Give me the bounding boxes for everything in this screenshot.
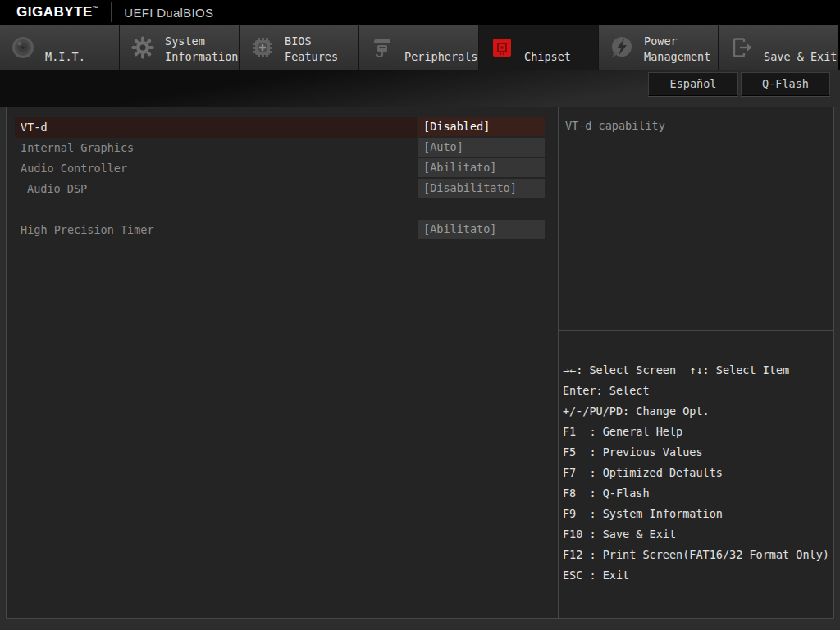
system-information-icon <box>130 35 155 60</box>
tab-label: Peripherals <box>404 30 477 65</box>
legend-line: F10 : Save & Exit <box>563 524 829 545</box>
setting-row-audio-dsp[interactable]: Audio DSP [Disabilitato] <box>15 179 558 199</box>
tab-label: SystemInformation <box>165 30 238 65</box>
legend-line: F1 : General Help <box>563 422 829 442</box>
setting-row-internal-graphics[interactable]: Internal Graphics [Auto] <box>15 138 558 158</box>
setting-value[interactable]: [Auto] <box>418 138 545 157</box>
legend-line: Enter: Select <box>563 381 829 401</box>
mit-icon <box>11 35 35 60</box>
tab-mit[interactable]: M.I.T. <box>0 25 120 70</box>
tab-label: Chipset <box>524 30 571 65</box>
help-panel: VT-d capability →←: Select Screen ↑↓: Se… <box>559 107 833 618</box>
setting-row-audio-controller[interactable]: Audio Controller [Abilitato] <box>15 158 558 179</box>
legend-line: F8 : Q-Flash <box>563 483 829 504</box>
setting-value[interactable]: [Abilitato] <box>418 220 545 239</box>
tab-system-information[interactable]: SystemInformation <box>120 25 240 70</box>
setting-row-vtd[interactable]: VT-d [Disabled] <box>15 117 558 138</box>
legend-line: →←: Select Screen ↑↓: Select Item <box>563 360 829 381</box>
tab-bios-features[interactable]: BIOSFeatures <box>240 25 359 70</box>
bios-features-icon <box>250 35 275 60</box>
item-help-text: VT-d capability <box>559 107 833 331</box>
setting-label: Audio Controller <box>15 158 417 179</box>
setting-value[interactable]: [Abilitato] <box>418 158 545 177</box>
language-button[interactable]: Español <box>648 72 738 96</box>
content-area: VT-d [Disabled] Internal Graphics [Auto]… <box>6 107 834 619</box>
qflash-button[interactable]: Q-Flash <box>741 72 830 96</box>
header-bar: GIGABYTE™ UEFI DualBIOS <box>0 0 840 25</box>
gigabyte-logo: GIGABYTE™ <box>0 4 99 21</box>
tab-label: PowerManagement <box>644 30 710 65</box>
legend-line: ESC : Exit <box>563 565 829 586</box>
power-management-icon <box>609 35 634 60</box>
legend-line: +/-/PU/PD: Change Opt. <box>563 401 829 422</box>
bios-setup-screen: GIGABYTE™ UEFI DualBIOS M.I.T. <box>0 0 840 630</box>
setting-value[interactable]: [Disabilitato] <box>418 179 545 198</box>
chipset-icon <box>490 35 514 60</box>
legend-line: F7 : Optimized Defaults <box>563 463 829 483</box>
legend-line: F12 : Print Screen(FAT16/32 Format Only) <box>563 545 829 565</box>
header-divider <box>111 2 112 22</box>
tab-chipset[interactable]: Chipset <box>479 25 599 70</box>
key-legend: →←: Select Screen ↑↓: Select Item Enter:… <box>559 331 833 586</box>
save-exit-icon <box>729 35 754 60</box>
setting-value[interactable]: [Disabled] <box>418 117 545 136</box>
setting-label: High Precision Timer <box>15 220 417 240</box>
tab-label: BIOSFeatures <box>285 30 338 65</box>
tab-power-management[interactable]: PowerManagement <box>599 25 719 70</box>
setting-label: Audio DSP <box>15 179 417 199</box>
trademark-symbol: ™ <box>93 5 100 12</box>
sub-header-strip: Español Q-Flash <box>0 70 840 107</box>
setting-label: VT-d <box>15 117 417 138</box>
app-title: UEFI DualBIOS <box>124 6 213 20</box>
tab-label: Save & Exit <box>764 30 837 65</box>
settings-panel: VT-d [Disabled] Internal Graphics [Auto]… <box>7 107 559 618</box>
peripherals-icon <box>370 35 395 60</box>
setting-row-high-precision-timer[interactable]: High Precision Timer [Abilitato] <box>15 220 558 240</box>
legend-line: F9 : System Information <box>563 504 829 524</box>
tab-peripherals[interactable]: Peripherals <box>359 25 479 70</box>
tab-bar: M.I.T. <box>0 25 840 70</box>
tab-save-exit[interactable]: Save & Exit <box>719 25 838 70</box>
legend-line: F5 : Previous Values <box>563 442 829 463</box>
tab-label: M.I.T. <box>45 30 85 65</box>
setting-label: Internal Graphics <box>15 138 417 158</box>
